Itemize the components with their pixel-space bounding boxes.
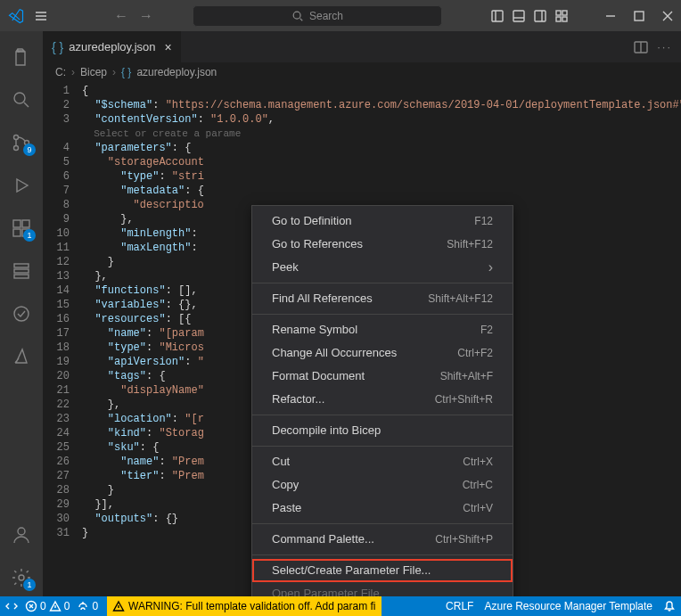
breadcrumb[interactable]: C: › Bicep › { } azuredeploy.json: [43, 62, 681, 82]
menu-item-label: Peek: [272, 260, 299, 275]
editor-area: { } azuredeploy.json × ··· C: › Bicep › …: [43, 31, 681, 596]
search-icon: [291, 10, 304, 22]
scm-badge: 9: [23, 144, 36, 156]
tab-close-icon[interactable]: ×: [165, 40, 172, 54]
notifications-icon[interactable]: [663, 600, 676, 612]
svg-rect-4: [556, 11, 561, 15]
accounts-button[interactable]: [0, 516, 43, 554]
menu-item-label: Go to Definition: [272, 214, 352, 228]
menu-item[interactable]: Command Palette...Ctrl+Shift+P: [252, 528, 513, 551]
command-center-search[interactable]: Search: [193, 5, 442, 27]
svg-point-11: [14, 146, 19, 151]
svg-point-9: [14, 93, 25, 103]
nav-forward-button[interactable]: →: [139, 8, 153, 24]
status-bar: 0 0 0 WARNING: Full template validation …: [0, 596, 681, 616]
close-icon[interactable]: [661, 10, 674, 22]
svg-rect-8: [635, 12, 644, 21]
menu-item[interactable]: Peek›: [252, 256, 513, 279]
menu-item-label: Decompile into Bicep: [272, 423, 381, 438]
menu-separator: [252, 314, 513, 315]
svg-rect-17: [14, 264, 29, 267]
breadcrumb-segment[interactable]: azuredeploy.json: [136, 66, 217, 78]
breadcrumb-segment[interactable]: Bicep: [80, 66, 107, 78]
menu-item[interactable]: Go to DefinitionF12: [252, 209, 513, 233]
menu-item-label: Open Parameter File: [272, 587, 380, 596]
menu-item-shortcut: Shift+Alt+F: [440, 369, 493, 383]
warning-icon: [49, 600, 62, 612]
toggle-panel-icon[interactable]: [512, 9, 526, 23]
nav-arrows-group: ← →: [114, 8, 153, 24]
json-file-icon: { }: [121, 66, 131, 78]
svg-rect-18: [14, 269, 29, 273]
svg-point-0: [293, 12, 300, 19]
search-view-button[interactable]: [0, 81, 43, 119]
menu-item-shortcut: Ctrl+V: [463, 501, 493, 515]
menu-item[interactable]: Rename SymbolF2: [252, 318, 513, 341]
menu-item-shortcut: F12: [474, 214, 493, 228]
maximize-icon[interactable]: [633, 10, 645, 22]
tab-label: azuredeploy.json: [69, 40, 155, 53]
tab-azuredeploy-json[interactable]: { } azuredeploy.json ×: [43, 31, 182, 62]
testing-view-button[interactable]: [0, 295, 43, 333]
scm-view-button[interactable]: 9: [0, 124, 43, 161]
menu-item[interactable]: Change All OccurrencesCtrl+F2: [252, 341, 513, 365]
svg-rect-6: [556, 17, 561, 21]
warning-message-text: WARNING: Full template validation off. A…: [128, 600, 375, 612]
remote-indicator[interactable]: [5, 600, 18, 612]
language-mode-indicator[interactable]: Azure Resource Manager Template: [484, 600, 652, 612]
azure-view-button[interactable]: [0, 338, 43, 375]
more-actions-icon[interactable]: ···: [657, 40, 672, 53]
toggle-primary-sidebar-icon[interactable]: [490, 9, 505, 23]
port-forward-indicator[interactable]: 0: [77, 600, 98, 612]
menu-item-shortcut: F2: [480, 323, 493, 337]
menu-item[interactable]: Format DocumentShift+Alt+F: [252, 365, 513, 388]
menu-item-shortcut: Ctrl+F2: [457, 346, 493, 360]
split-editor-icon[interactable]: [634, 40, 648, 54]
json-file-icon: { }: [52, 40, 63, 54]
menu-item[interactable]: Refactor...Ctrl+Shift+R: [252, 388, 513, 411]
settings-button[interactable]: 1: [0, 559, 43, 596]
menu-separator: [252, 415, 513, 415]
menu-item-label: Refactor...: [272, 392, 324, 407]
status-warning-banner[interactable]: WARNING: Full template validation off. A…: [107, 596, 381, 616]
arm-templates-view-button[interactable]: [0, 252, 43, 290]
toggle-secondary-sidebar-icon[interactable]: [533, 9, 547, 23]
menu-item[interactable]: Decompile into Bicep: [252, 419, 513, 442]
search-placeholder: Search: [309, 10, 343, 22]
menu-item[interactable]: Find All ReferencesShift+Alt+F12: [252, 287, 513, 310]
menu-item-label: Find All References: [272, 292, 373, 306]
breadcrumb-segment[interactable]: C:: [55, 66, 66, 78]
layout-controls: [490, 9, 569, 23]
problems-indicator[interactable]: 0 0: [25, 600, 70, 612]
code-editor[interactable]: 1234567891011121314151617181920212223242…: [43, 82, 681, 596]
customize-layout-icon[interactable]: [554, 9, 569, 23]
minimize-icon[interactable]: [604, 10, 617, 22]
menu-item[interactable]: Select/Create Parameter File...: [252, 559, 513, 582]
menu-item-label: Cut: [272, 455, 290, 469]
menu-item[interactable]: CutCtrl+X: [252, 450, 513, 473]
menu-separator: [252, 283, 513, 283]
chevron-right-icon: ›: [71, 66, 75, 78]
menu-item-shortcut: Ctrl+Shift+P: [435, 532, 493, 546]
menu-item-label: Copy: [272, 478, 299, 492]
nav-back-button[interactable]: ←: [114, 8, 128, 24]
menu-item[interactable]: CopyCtrl+C: [252, 473, 513, 497]
run-debug-view-button[interactable]: [0, 167, 43, 204]
svg-rect-19: [14, 275, 29, 278]
explorer-view-button[interactable]: [0, 38, 43, 76]
svg-rect-14: [22, 220, 29, 227]
warning-triangle-icon: [112, 600, 125, 612]
menu-item[interactable]: Go to ReferencesShift+F12: [252, 233, 513, 256]
menu-separator: [252, 523, 513, 524]
settings-badge: 1: [23, 579, 36, 591]
svg-rect-2: [513, 11, 524, 21]
editor-context-menu: Go to DefinitionF12Go to ReferencesShift…: [251, 205, 513, 596]
editor-tabs: { } azuredeploy.json × ···: [43, 31, 681, 62]
eol-indicator[interactable]: CRLF: [446, 600, 473, 612]
menu-item[interactable]: PasteCtrl+V: [252, 497, 513, 520]
error-icon: [25, 600, 37, 612]
svg-rect-3: [535, 11, 546, 21]
extensions-view-button[interactable]: 1: [0, 209, 43, 247]
svg-rect-7: [562, 17, 567, 21]
hamburger-menu-icon[interactable]: [34, 9, 48, 23]
